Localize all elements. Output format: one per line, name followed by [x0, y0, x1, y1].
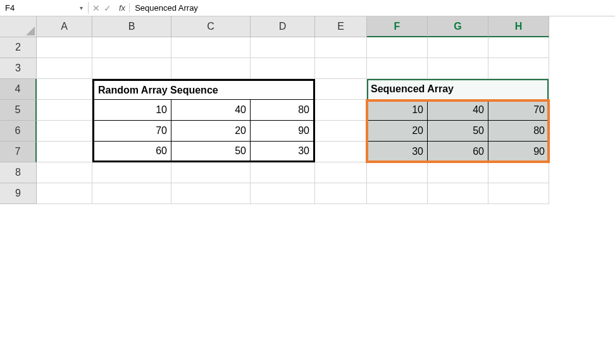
cell-C5[interactable]: 40 [171, 100, 251, 121]
cell-B5[interactable]: 10 [92, 100, 171, 121]
cell-A6[interactable] [37, 121, 92, 142]
col-header-A[interactable]: A [37, 16, 92, 37]
row-header-6[interactable]: 6 [0, 121, 37, 142]
col-header-E[interactable]: E [315, 16, 367, 37]
cell-B4[interactable]: Random Array Sequence [92, 79, 315, 100]
cell-B9[interactable] [92, 183, 171, 204]
formula-bar: F4 ▾ ✕ ✓ fx Sequenced Array [0, 0, 615, 16]
row-header-5[interactable]: 5 [0, 100, 37, 121]
cell-H7[interactable]: 90 [488, 142, 549, 162]
col-header-H[interactable]: H [488, 16, 549, 37]
cell-G6[interactable]: 50 [428, 121, 488, 142]
row-header-4[interactable]: 4 [0, 79, 37, 100]
cell-D3[interactable] [251, 58, 315, 79]
cell-A7[interactable] [37, 142, 92, 162]
cell-G8[interactable] [428, 162, 488, 183]
cell-G7[interactable]: 60 [428, 142, 488, 162]
cell-E5[interactable] [315, 100, 367, 121]
name-box[interactable]: F4 ▾ [0, 2, 89, 14]
cell-E6[interactable] [315, 121, 367, 142]
cell-H3[interactable] [488, 58, 549, 79]
cell-E3[interactable] [315, 58, 367, 79]
col-header-C[interactable]: C [171, 16, 251, 37]
cell-C7[interactable]: 50 [171, 142, 251, 162]
cell-F4[interactable]: Sequenced Array [367, 79, 549, 100]
cell-E2[interactable] [315, 37, 367, 58]
cell-B8[interactable] [92, 162, 171, 183]
select-all-corner[interactable] [0, 16, 37, 37]
cell-D6[interactable]: 90 [251, 121, 315, 142]
cell-H5[interactable]: 70 [488, 100, 549, 121]
cell-F5[interactable]: 10 [367, 100, 428, 121]
cell-B2[interactable] [92, 37, 171, 58]
cell-A4[interactable] [37, 79, 92, 100]
cell-F2[interactable] [367, 37, 428, 58]
cell-F6[interactable]: 20 [367, 121, 428, 142]
cell-G9[interactable] [428, 183, 488, 204]
cell-F3[interactable] [367, 58, 428, 79]
cell-B3[interactable] [92, 58, 171, 79]
cell-C2[interactable] [171, 37, 251, 58]
row-header-7[interactable]: 7 [0, 142, 37, 162]
cell-A8[interactable] [37, 162, 92, 183]
cell-F8[interactable] [367, 162, 428, 183]
col-header-B[interactable]: B [92, 16, 171, 37]
cell-C9[interactable] [171, 183, 251, 204]
enter-icon[interactable]: ✓ [104, 3, 111, 13]
cell-F7[interactable]: 30 [367, 142, 428, 162]
formula-bar-buttons: ✕ ✓ [89, 3, 115, 13]
fx-label[interactable]: fx [115, 3, 130, 13]
spreadsheet-grid[interactable]: A B C D E F G H 2 3 4 Random Array Seque… [0, 16, 615, 204]
cell-D9[interactable] [251, 183, 315, 204]
cell-G2[interactable] [428, 37, 488, 58]
cell-E8[interactable] [315, 162, 367, 183]
formula-input[interactable]: Sequenced Array [130, 2, 615, 14]
cell-D8[interactable] [251, 162, 315, 183]
cell-G3[interactable] [428, 58, 488, 79]
cell-E9[interactable] [315, 183, 367, 204]
name-box-dropdown-icon[interactable]: ▾ [80, 4, 83, 11]
col-header-G[interactable]: G [428, 16, 488, 37]
cell-D2[interactable] [251, 37, 315, 58]
cell-A9[interactable] [37, 183, 92, 204]
row-header-2[interactable]: 2 [0, 37, 37, 58]
name-box-value: F4 [5, 3, 15, 13]
cell-C3[interactable] [171, 58, 251, 79]
cell-A5[interactable] [37, 100, 92, 121]
cell-A3[interactable] [37, 58, 92, 79]
cell-B7[interactable]: 60 [92, 142, 171, 162]
cell-A2[interactable] [37, 37, 92, 58]
col-header-F[interactable]: F [367, 16, 428, 37]
cell-C6[interactable]: 20 [171, 121, 251, 142]
row-header-8[interactable]: 8 [0, 162, 37, 183]
cell-D5[interactable]: 80 [251, 100, 315, 121]
cell-H8[interactable] [488, 162, 549, 183]
cell-B6[interactable]: 70 [92, 121, 171, 142]
cell-G5[interactable]: 40 [428, 100, 488, 121]
cell-D7[interactable]: 30 [251, 142, 315, 162]
cell-H9[interactable] [488, 183, 549, 204]
cancel-icon[interactable]: ✕ [92, 3, 100, 13]
cell-E4[interactable] [315, 79, 367, 100]
row-header-9[interactable]: 9 [0, 183, 37, 204]
cell-C8[interactable] [171, 162, 251, 183]
cell-H2[interactable] [488, 37, 549, 58]
cell-H6[interactable]: 80 [488, 121, 549, 142]
cell-F9[interactable] [367, 183, 428, 204]
col-header-D[interactable]: D [251, 16, 315, 37]
cell-E7[interactable] [315, 142, 367, 162]
row-header-3[interactable]: 3 [0, 58, 37, 79]
